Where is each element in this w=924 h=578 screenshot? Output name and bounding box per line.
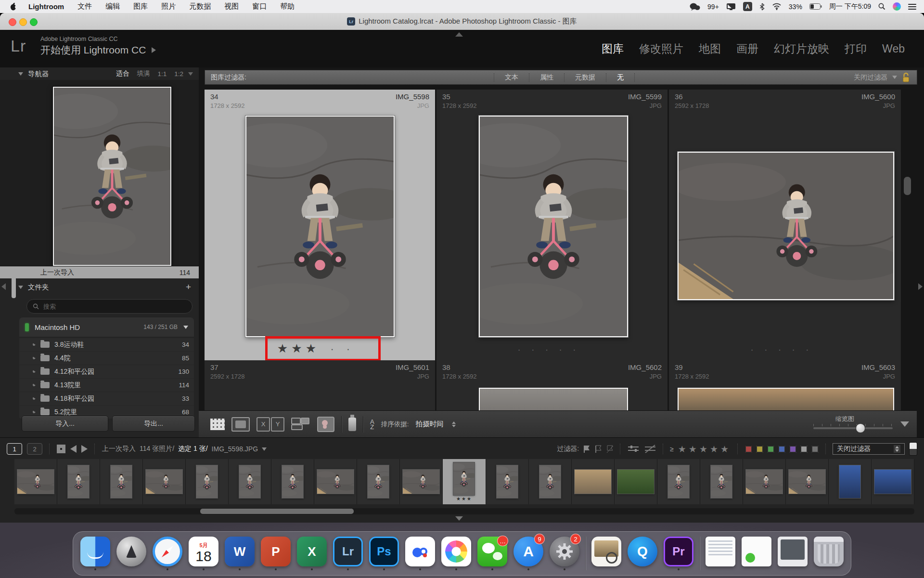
navigator-preview[interactable] (53, 87, 171, 266)
zoom-window-button[interactable] (30, 18, 38, 26)
breadcrumb-dropdown-icon[interactable] (262, 447, 267, 451)
menu-item[interactable]: 窗口 (245, 2, 273, 11)
color-label-chip[interactable] (789, 445, 797, 453)
dock-photoshop[interactable]: Ps (369, 535, 399, 572)
module-tab[interactable]: 图库 (594, 41, 631, 56)
add-folder-button[interactable]: + (186, 282, 193, 292)
photo-thumbnail[interactable] (479, 116, 628, 337)
filmstrip-scrollbar-thumb[interactable] (200, 509, 354, 514)
color-label-chip[interactable] (756, 445, 764, 453)
grid-cell-36[interactable]: 36 IMG_5600 2592 x 1728 JPG ····· (669, 90, 901, 360)
primary-screen-button[interactable]: 1 (7, 443, 22, 455)
photo-thumbnail[interactable] (245, 116, 395, 337)
filmstrip-thumbnail[interactable] (229, 459, 271, 504)
grid-cell-38[interactable]: 38 IMG_5602 1728 x 2592 JPG (436, 360, 667, 410)
folder-row[interactable]: 4.13院里 114 (19, 378, 194, 392)
spotlight-icon[interactable] (878, 3, 886, 10)
color-label-chip[interactable] (744, 445, 753, 453)
dock-calendar[interactable]: 5月18 (188, 535, 219, 572)
preset-stepper-icon[interactable] (894, 445, 900, 453)
filmstrip-thumbnail[interactable] (872, 459, 914, 504)
search-input[interactable] (42, 302, 186, 311)
dock-wechat[interactable]: … (477, 535, 508, 572)
filmstrip-filter-preset[interactable]: 关闭过滤器 (833, 443, 905, 455)
minimize-window-button[interactable] (19, 18, 27, 26)
dock-excel[interactable]: X (296, 535, 327, 572)
module-tab[interactable]: Web (874, 42, 912, 55)
photo-thumbnail[interactable] (678, 152, 894, 300)
display-status-icon[interactable] (726, 3, 736, 11)
filter-tab[interactable]: 文本 (494, 73, 529, 82)
filmstrip-thumbnail[interactable] (572, 459, 615, 504)
star-rating-dots[interactable]: ····· (436, 344, 667, 355)
dock-netdisk[interactable] (405, 535, 436, 572)
menu-item[interactable]: 元数据 (182, 2, 218, 11)
battery-icon[interactable] (809, 3, 822, 10)
module-tab[interactable]: 画册 (729, 41, 766, 56)
filmstrip-thumbnail[interactable] (314, 459, 357, 504)
menu-item[interactable]: 帮助 (273, 2, 301, 11)
unedited-filter-icon[interactable] (644, 445, 656, 453)
flag-unflagged-icon[interactable] (595, 445, 602, 453)
color-label-chip[interactable] (767, 445, 775, 453)
filter-preset-label[interactable]: 关闭过滤器 (854, 73, 887, 82)
loupe-view-button[interactable] (231, 416, 250, 433)
disclosure-icon[interactable] (33, 343, 36, 347)
photo-thumbnail-partial[interactable] (678, 388, 894, 411)
dock-minimized-chat[interactable] (741, 535, 772, 572)
navigator-header[interactable]: 导航器 适合填满1:11:2 (18, 67, 193, 80)
color-label-chip[interactable] (811, 445, 819, 453)
menu-item[interactable]: 图库 (127, 2, 154, 11)
dock-powerpoint[interactable]: P (260, 535, 291, 572)
dock-trash[interactable] (813, 535, 844, 572)
sort-by-value[interactable]: 拍摄时间 (415, 420, 443, 429)
disclosure-icon[interactable] (33, 370, 36, 374)
menu-item[interactable]: 照片 (154, 2, 182, 11)
filter-tab[interactable]: 元数据 (564, 73, 606, 82)
filmstrip-thumbnail[interactable] (657, 459, 700, 504)
volume-disclosure-icon[interactable] (183, 326, 188, 329)
filmstrip-thumbnail[interactable] (57, 459, 100, 504)
filmstrip-thumbnail[interactable] (615, 459, 657, 504)
previous-photo-arrow[interactable] (70, 445, 77, 453)
disclosure-icon[interactable] (33, 356, 36, 360)
flag-pick-icon[interactable] (583, 445, 590, 453)
filmstrip-thumbnail[interactable] (700, 459, 743, 504)
module-tab[interactable]: 地图 (691, 41, 729, 56)
window-title-bar[interactable]: Lr Lightroom Catalog.lrcat - Adobe Photo… (0, 13, 924, 30)
bluetooth-icon[interactable] (759, 3, 765, 11)
module-tab[interactable]: 幻灯片放映 (766, 41, 837, 56)
wechat-status-icon[interactable] (690, 3, 700, 11)
filmstrip-thumbnail[interactable] (529, 459, 572, 504)
grid-cell-35[interactable]: 35 IMG_5599 1728 x 2592 JPG ····· (436, 90, 667, 360)
grid-view-button[interactable] (210, 416, 225, 433)
folder-row[interactable]: 4.18和平公园 33 (19, 392, 194, 405)
grid-cell-34[interactable]: 34 IMG_5598 1728 x 2592 JPG ★★★ ·· (205, 90, 435, 360)
dock-lightroom[interactable]: Lr (333, 535, 363, 572)
filmstrip-thumbnail[interactable] (786, 459, 829, 504)
filmstrip-scrollbar[interactable] (14, 508, 914, 514)
folders-header[interactable]: 文件夹 + (18, 280, 193, 294)
siri-icon[interactable] (893, 2, 901, 11)
right-panel-collapse-arrow[interactable] (918, 283, 923, 290)
painter-spray-button[interactable] (348, 416, 356, 433)
disclosure-icon[interactable] (33, 383, 36, 387)
filmstrip-thumbnail[interactable]: ★★★ (443, 459, 486, 504)
slider-knob[interactable] (856, 423, 865, 433)
menu-item[interactable]: 视图 (218, 2, 245, 11)
dock-minimized-window[interactable] (777, 535, 808, 572)
dock-word[interactable]: W (224, 535, 255, 572)
disclosure-icon[interactable] (33, 397, 36, 401)
dock-finder[interactable] (80, 535, 111, 572)
edit-filter-icon[interactable] (627, 445, 640, 453)
filmstrip-thumbnail[interactable] (829, 459, 872, 504)
zoom-mode-dropdown-icon[interactable] (188, 72, 193, 76)
filmstrip-filter-toggle[interactable] (909, 442, 917, 456)
dock-settings[interactable]: 2 (549, 535, 580, 572)
filmstrip-thumbnail[interactable] (271, 459, 314, 504)
menu-item[interactable]: Lightroom (22, 2, 71, 11)
filter-tab[interactable]: 无 (606, 73, 635, 82)
survey-view-button[interactable] (291, 416, 310, 433)
module-tab[interactable]: 打印 (837, 41, 874, 56)
apple-menu[interactable] (0, 2, 22, 11)
